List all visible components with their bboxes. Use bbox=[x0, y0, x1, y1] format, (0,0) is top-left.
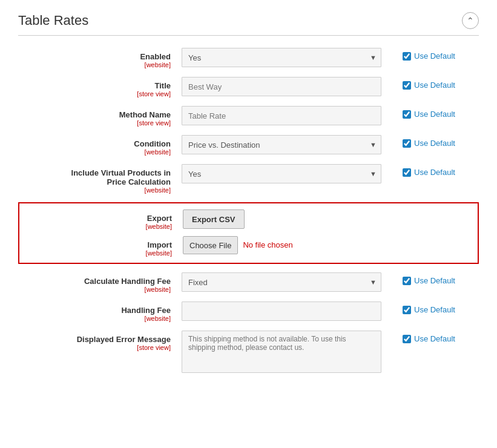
label-export: Export bbox=[19, 214, 172, 223]
export-import-section: Export [website] Export CSV Import [webs… bbox=[18, 202, 479, 264]
use-default-col-include-virtual: Use Default bbox=[394, 164, 479, 177]
use-default-label-condition[interactable]: Use Default bbox=[403, 139, 455, 148]
use-default-text-displayed-error-message: Use Default bbox=[414, 334, 455, 343]
form-row-import: Import [website] Choose File No file cho… bbox=[19, 236, 478, 257]
control-col-title bbox=[182, 77, 394, 96]
control-col-displayed-error-message bbox=[182, 331, 394, 373]
select-wrap-enabled: Yes No ▼ bbox=[182, 48, 381, 67]
select-wrap-include-virtual: Yes No ▼ bbox=[182, 164, 381, 183]
use-default-col-enabled: Use Default bbox=[394, 48, 479, 61]
use-default-checkbox-enabled[interactable] bbox=[403, 52, 411, 61]
label-col-calculate-handling-fee: Calculate Handling Fee [website] bbox=[18, 272, 182, 293]
page-title: Table Rates bbox=[18, 13, 88, 28]
use-default-checkbox-title[interactable] bbox=[403, 81, 411, 90]
control-col-calculate-handling-fee: Fixed Percent ▼ bbox=[182, 272, 394, 292]
form-row-include-virtual: Include Virtual Products in Price Calcul… bbox=[18, 164, 479, 194]
use-default-col-displayed-error-message: Use Default bbox=[394, 331, 479, 343]
scope-calculate-handling-fee: [website] bbox=[18, 286, 171, 293]
scope-condition: [website] bbox=[18, 148, 171, 156]
use-default-text-method-name: Use Default bbox=[414, 110, 455, 119]
label-col-displayed-error-message: Displayed Error Message [store view] bbox=[18, 331, 182, 351]
use-default-text-enabled: Use Default bbox=[414, 51, 455, 61]
form-row-method-name: Method Name [store view] Use Default bbox=[18, 106, 479, 127]
no-file-text: No file chosen bbox=[243, 236, 292, 254]
label-col-enabled: Enabled [website] bbox=[18, 48, 182, 68]
collapse-button[interactable]: ⌃ bbox=[462, 12, 479, 29]
control-col-method-name bbox=[182, 106, 394, 125]
select-wrap-condition: Price vs. Destination Weight vs. Destina… bbox=[182, 135, 381, 154]
scope-title: [store view] bbox=[18, 90, 171, 97]
use-default-text-condition: Use Default bbox=[414, 139, 455, 148]
textarea-displayed-error-message[interactable] bbox=[182, 331, 381, 373]
label-import: Import bbox=[19, 240, 172, 249]
control-col-include-virtual: Yes No ▼ bbox=[182, 164, 394, 183]
label-col-condition: Condition [website] bbox=[18, 135, 182, 156]
use-default-text-calculate-handling-fee: Use Default bbox=[414, 276, 455, 285]
select-wrap-calculate-handling-fee: Fixed Percent ▼ bbox=[182, 272, 381, 292]
use-default-col-method-name: Use Default bbox=[394, 106, 479, 119]
label-col-handling-fee: Handling Fee [website] bbox=[18, 301, 182, 322]
control-col-enabled: Yes No ▼ bbox=[182, 48, 394, 67]
control-col-export: Export CSV bbox=[183, 209, 478, 229]
label-col-method-name: Method Name [store view] bbox=[18, 106, 182, 127]
label-col-import: Import [website] bbox=[19, 236, 183, 257]
select-include-virtual[interactable]: Yes No bbox=[182, 164, 381, 183]
label-displayed-error-message: Displayed Error Message bbox=[18, 335, 171, 344]
control-col-handling-fee bbox=[182, 301, 394, 321]
scope-include-virtual: [website] bbox=[18, 186, 171, 194]
select-condition[interactable]: Price vs. Destination Weight vs. Destina… bbox=[182, 135, 381, 154]
input-title[interactable] bbox=[182, 77, 381, 96]
section-header: Table Rates ⌃ bbox=[18, 12, 479, 36]
use-default-checkbox-method-name[interactable] bbox=[403, 110, 411, 119]
use-default-text-handling-fee: Use Default bbox=[414, 305, 455, 314]
label-calculate-handling-fee: Calculate Handling Fee bbox=[18, 277, 171, 286]
use-default-checkbox-include-virtual[interactable] bbox=[403, 168, 411, 177]
scope-method-name: [store view] bbox=[18, 119, 171, 127]
form-row-condition: Condition [website] Price vs. Destinatio… bbox=[18, 135, 479, 156]
input-method-name[interactable] bbox=[182, 106, 381, 125]
use-default-text-include-virtual: Use Default bbox=[414, 168, 455, 177]
use-default-label-enabled[interactable]: Use Default bbox=[403, 51, 455, 61]
label-col-title: Title [store view] bbox=[18, 77, 182, 97]
use-default-col-handling-fee: Use Default bbox=[394, 301, 479, 314]
select-calculate-handling-fee[interactable]: Fixed Percent bbox=[182, 272, 381, 292]
scope-displayed-error-message: [store view] bbox=[18, 344, 171, 351]
label-title: Title bbox=[18, 81, 171, 90]
use-default-label-method-name[interactable]: Use Default bbox=[403, 110, 455, 119]
page-container: Table Rates ⌃ Enabled [website] Yes No ▼… bbox=[0, 0, 497, 394]
label-col-export: Export [website] bbox=[19, 209, 183, 230]
form-row-displayed-error-message: Displayed Error Message [store view] Use… bbox=[18, 331, 479, 373]
scope-handling-fee: [website] bbox=[18, 315, 171, 322]
use-default-checkbox-condition[interactable] bbox=[403, 139, 411, 148]
control-col-condition: Price vs. Destination Weight vs. Destina… bbox=[182, 135, 394, 154]
control-col-import: Choose File No file chosen bbox=[183, 236, 478, 254]
scope-import: [website] bbox=[19, 249, 172, 257]
form-row-enabled: Enabled [website] Yes No ▼ Use Default bbox=[18, 48, 479, 68]
use-default-checkbox-calculate-handling-fee[interactable] bbox=[403, 277, 411, 285]
use-default-label-handling-fee[interactable]: Use Default bbox=[403, 305, 455, 314]
form-row-handling-fee: Handling Fee [website] Use Default bbox=[18, 301, 479, 322]
label-condition: Condition bbox=[18, 139, 171, 148]
export-csv-button[interactable]: Export CSV bbox=[183, 209, 245, 229]
use-default-label-displayed-error-message[interactable]: Use Default bbox=[403, 334, 455, 343]
use-default-checkbox-handling-fee[interactable] bbox=[403, 306, 411, 314]
label-col-include-virtual: Include Virtual Products in Price Calcul… bbox=[18, 164, 182, 194]
label-include-virtual: Include Virtual Products in Price Calcul… bbox=[18, 168, 171, 186]
choose-file-button[interactable]: Choose File bbox=[183, 236, 238, 254]
label-handling-fee: Handling Fee bbox=[18, 306, 171, 315]
form-row-calculate-handling-fee: Calculate Handling Fee [website] Fixed P… bbox=[18, 272, 479, 293]
use-default-text-title: Use Default bbox=[414, 81, 455, 90]
select-enabled[interactable]: Yes No bbox=[182, 48, 381, 67]
use-default-col-title: Use Default bbox=[394, 77, 479, 90]
label-enabled: Enabled bbox=[18, 52, 171, 61]
scope-export: [website] bbox=[19, 223, 172, 230]
use-default-label-title[interactable]: Use Default bbox=[403, 81, 455, 90]
form-row-export: Export [website] Export CSV bbox=[19, 209, 478, 230]
scope-enabled: [website] bbox=[18, 61, 171, 68]
use-default-label-calculate-handling-fee[interactable]: Use Default bbox=[403, 276, 455, 285]
use-default-checkbox-displayed-error-message[interactable] bbox=[403, 335, 411, 343]
use-default-col-calculate-handling-fee: Use Default bbox=[394, 272, 479, 285]
use-default-label-include-virtual[interactable]: Use Default bbox=[403, 168, 455, 177]
input-handling-fee[interactable] bbox=[182, 301, 381, 321]
form-row-title: Title [store view] Use Default bbox=[18, 77, 479, 97]
